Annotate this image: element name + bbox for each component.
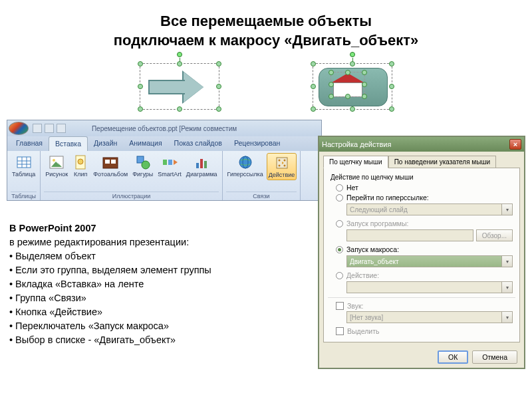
tab-insert[interactable]: Вставка bbox=[49, 136, 88, 151]
tab-on-hover[interactable]: По наведении указателя мыши bbox=[388, 156, 496, 168]
redo-icon[interactable] bbox=[57, 124, 66, 133]
svg-rect-0 bbox=[17, 157, 31, 168]
smartart-button[interactable]: SmartArt bbox=[156, 153, 183, 179]
instructions-heading: В PowerPoint 2007 bbox=[9, 223, 96, 233]
clip-button[interactable]: Клип bbox=[71, 153, 90, 179]
photoalbum-icon bbox=[102, 154, 118, 170]
radio-icon bbox=[336, 184, 343, 192]
shapes-icon bbox=[135, 154, 151, 170]
chart-button[interactable]: Диаграмма bbox=[185, 153, 219, 179]
radio-run-macro[interactable]: Запуск макроса: bbox=[336, 245, 513, 253]
chevron-down-icon[interactable]: ▾ bbox=[502, 255, 513, 267]
svg-rect-12 bbox=[111, 160, 116, 164]
radio-none[interactable]: Нет bbox=[336, 184, 513, 192]
slide-title: Все перемещаемые объекты подключаем к ма… bbox=[0, 0, 532, 57]
radio-icon bbox=[336, 194, 343, 201]
title-line-1: Все перемещаемые объекты bbox=[13, 12, 519, 31]
svg-point-25 bbox=[283, 160, 285, 162]
highlight-checkbox-row[interactable]: Выделить bbox=[336, 327, 513, 335]
selected-arrow-shape[interactable] bbox=[140, 63, 219, 110]
svg-rect-11 bbox=[105, 160, 110, 164]
svg-rect-19 bbox=[200, 159, 203, 168]
cancel-button[interactable]: Отмена bbox=[472, 350, 517, 364]
radio-object-action[interactable]: Действие: bbox=[336, 271, 513, 279]
group-tables: Таблица Таблицы bbox=[7, 151, 41, 200]
action-group-label: Действие по щелчку мыши bbox=[331, 174, 513, 181]
table-button[interactable]: Таблица bbox=[11, 153, 37, 179]
object-action-combo[interactable]: ▾ bbox=[346, 281, 513, 293]
tab-design[interactable]: Дизайн bbox=[88, 136, 123, 151]
dialog-title-text: Настройка действия bbox=[322, 140, 391, 148]
radio-icon bbox=[336, 272, 343, 279]
checkbox-icon bbox=[336, 327, 344, 335]
macro-combo[interactable]: Двигать_объект ▾ bbox=[346, 255, 513, 267]
svg-point-21 bbox=[239, 156, 251, 168]
radio-icon bbox=[336, 220, 343, 227]
quick-access-toolbar[interactable] bbox=[33, 124, 66, 133]
action-icon bbox=[274, 155, 290, 171]
program-path-field[interactable] bbox=[346, 229, 473, 241]
save-icon[interactable] bbox=[33, 124, 42, 133]
tab-review[interactable]: Рецензирован bbox=[228, 136, 286, 151]
svg-point-24 bbox=[278, 160, 280, 162]
close-icon: × bbox=[513, 140, 517, 148]
radio-run-program[interactable]: Запуск программы: bbox=[336, 219, 513, 227]
arrow-icon bbox=[148, 72, 212, 102]
powerpoint-ribbon: Перемещение объектов.ppt [Режим совмести… bbox=[7, 120, 322, 201]
sound-combo[interactable]: [Нет звука] ▾ bbox=[346, 311, 513, 323]
globe-icon bbox=[237, 154, 253, 170]
table-icon bbox=[16, 154, 32, 170]
svg-rect-18 bbox=[196, 163, 199, 168]
svg-marker-17 bbox=[174, 160, 178, 165]
svg-rect-16 bbox=[168, 160, 172, 165]
picture-button[interactable]: Рисунок bbox=[44, 153, 69, 179]
instructions-text: В PowerPoint 2007 в режиме редактировани… bbox=[9, 221, 309, 347]
close-button[interactable]: × bbox=[509, 139, 521, 150]
tab-animation[interactable]: Анимация bbox=[123, 136, 168, 151]
svg-point-14 bbox=[142, 161, 150, 169]
dialog-titlebar[interactable]: Настройка действия × bbox=[319, 137, 524, 152]
svg-point-26 bbox=[278, 165, 280, 167]
tab-home[interactable]: Главная bbox=[10, 136, 49, 151]
tab-slideshow[interactable]: Показ слайдов bbox=[168, 136, 228, 151]
smartart-icon bbox=[162, 154, 178, 170]
hyperlink-combo[interactable]: Следующий слайд ▾ bbox=[346, 203, 513, 215]
dialog-tabs: По щелчку мыши По наведении указателя мы… bbox=[319, 152, 524, 168]
sound-checkbox-row[interactable]: Звук: bbox=[336, 302, 513, 310]
undo-icon[interactable] bbox=[45, 124, 54, 133]
svg-rect-15 bbox=[163, 160, 167, 165]
svg-rect-20 bbox=[204, 161, 207, 168]
chevron-down-icon[interactable]: ▾ bbox=[502, 281, 513, 293]
chevron-down-icon[interactable]: ▾ bbox=[502, 203, 513, 215]
ribbon-body: Таблица Таблицы Рисунок Клип Фотоальбом … bbox=[7, 151, 321, 200]
example-shapes bbox=[0, 63, 532, 110]
svg-point-6 bbox=[53, 159, 55, 162]
action-button[interactable]: Действие bbox=[267, 153, 297, 180]
radio-hyperlink[interactable]: Перейти по гиперссылке: bbox=[336, 194, 513, 201]
chart-icon bbox=[194, 154, 209, 170]
hyperlink-button[interactable]: Гиперссылка bbox=[226, 153, 265, 180]
window-titlebar: Перемещение объектов.ppt [Режим совмести… bbox=[7, 120, 321, 136]
ok-button[interactable]: ОК bbox=[438, 350, 468, 364]
picture-icon bbox=[49, 154, 65, 170]
group-illustrations: Рисунок Клип Фотоальбом Фигуры SmartArt … bbox=[41, 151, 222, 200]
selected-group-shape[interactable] bbox=[313, 63, 392, 110]
office-button[interactable] bbox=[9, 122, 29, 135]
action-settings-dialog: Настройка действия × По щелчку мыши По н… bbox=[318, 136, 525, 369]
svg-point-9 bbox=[78, 159, 83, 164]
inner-selection bbox=[331, 72, 365, 97]
group-links: Гиперссылка Действие Связи bbox=[223, 151, 301, 200]
shapes-button[interactable]: Фигуры bbox=[131, 153, 154, 179]
svg-point-27 bbox=[283, 165, 285, 167]
ribbon-tabs: Главная Вставка Дизайн Анимация Показ сл… bbox=[7, 136, 321, 151]
chevron-down-icon[interactable]: ▾ bbox=[502, 311, 513, 323]
checkbox-icon bbox=[336, 302, 344, 310]
browse-button[interactable]: Обзор... bbox=[476, 229, 513, 241]
window-title: Перемещение объектов.ppt [Режим совмести… bbox=[92, 125, 237, 132]
tab-on-click[interactable]: По щелчку мыши bbox=[323, 156, 388, 168]
title-line-2: подключаем к макросу «Двигать_объект» bbox=[13, 31, 519, 51]
dialog-buttons: ОК Отмена bbox=[319, 346, 524, 368]
radio-icon bbox=[336, 246, 343, 253]
photoalbum-button[interactable]: Фотоальбом bbox=[92, 153, 129, 179]
dialog-panel: Действие по щелчку мыши Нет Перейти по г… bbox=[323, 168, 520, 342]
